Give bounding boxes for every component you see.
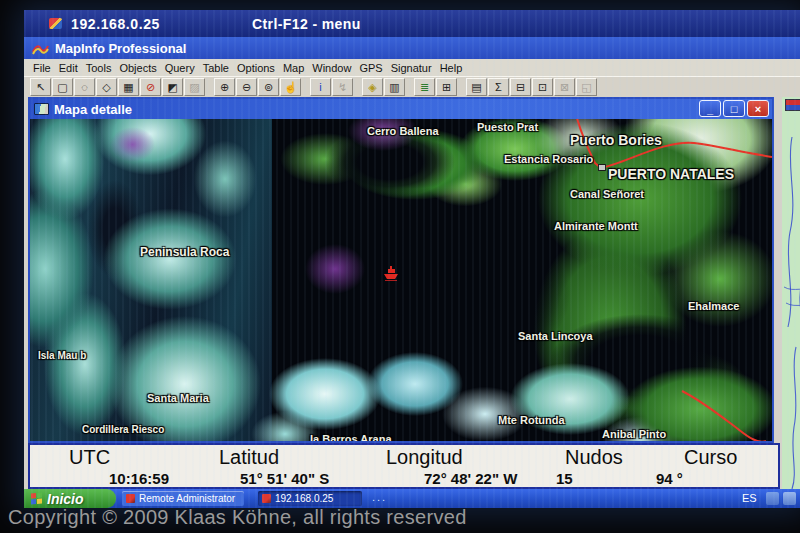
label-cordillera-riesco: Cordillera Riesco	[82, 424, 164, 435]
map-window-titlebar[interactable]: Mapa detalle _ □ ×	[30, 99, 772, 119]
label-peninsula-roca: Peninsula Roca	[140, 245, 229, 259]
minimize-button[interactable]: _	[699, 100, 721, 117]
remote-ip-title: 192.168.0.25	[71, 16, 160, 32]
menu-item[interactable]: Tools	[86, 62, 112, 74]
taskbar-overflow[interactable]: ...	[372, 491, 387, 503]
radmin-icon	[126, 494, 135, 503]
map-labels: Puesto PratCerro BallenaPuerto BoriesEst…	[30, 119, 772, 441]
layer-control-button[interactable]: ≣	[414, 78, 435, 96]
maximize-button[interactable]: □	[723, 100, 745, 117]
menu-item[interactable]: GPS	[359, 62, 382, 74]
remote-desktop-screen: 192.168.0.25 Ctrl-F12 - menu MapInfo Pro…	[24, 10, 800, 508]
menu-item[interactable]: Map	[283, 62, 304, 74]
menu-item[interactable]: Help	[440, 62, 463, 74]
label-isla-mau: Isla Mau b	[38, 350, 86, 361]
utc-header: UTC	[69, 446, 110, 469]
window-controls: _ □ ×	[699, 100, 769, 117]
label-puesto-prat: Puesto Prat	[477, 121, 538, 133]
label-mte-rotunda: Mte Rotunda	[498, 414, 565, 426]
label-ehalmace: Ehalmace	[688, 300, 739, 312]
drag-map-button[interactable]: ▥	[384, 78, 405, 96]
task-remote-administrator[interactable]: Remote Administrator	[122, 491, 244, 506]
remote-menu-hint: Ctrl-F12 - menu	[252, 16, 361, 32]
utc-value: 10:16:59	[109, 470, 169, 487]
close-button[interactable]: ×	[747, 100, 769, 117]
course-header: Curso	[684, 446, 737, 469]
menu-item[interactable]: Options	[237, 62, 275, 74]
copyright-watermark: Copyright © 2009 Klaas Köhne, all rights…	[8, 506, 467, 529]
latitude-value: 51° 51' 40" S	[240, 470, 329, 487]
mapinfo-logo-icon	[32, 42, 49, 55]
app-title: MapInfo Professional	[55, 41, 186, 56]
course-value: 94 °	[656, 470, 683, 487]
label-estancia-rosario: Estancia Rosario	[504, 153, 593, 165]
longitude-value: 72° 48' 22" W	[424, 470, 517, 487]
marquee-select-button[interactable]: ▢	[52, 78, 73, 96]
longitude-header: Longitud	[386, 446, 463, 469]
polygon-select-button[interactable]: ◇	[96, 78, 117, 96]
map-window-title: Mapa detalle	[54, 102, 132, 117]
background-window-icon	[785, 99, 800, 111]
map-window: Mapa detalle _ □ ×	[28, 97, 774, 443]
menu-item[interactable]: Edit	[59, 62, 78, 74]
label-barros-arana: Ia Barros Arana	[310, 433, 392, 441]
label-santa-lincoya: Santa Lincoya	[518, 330, 593, 342]
hotlink-button[interactable]: ↯	[332, 78, 353, 96]
background-map-window[interactable]	[782, 97, 800, 489]
label-santa-maria: Santa Maria	[147, 392, 209, 404]
map-window-icon	[34, 103, 49, 115]
label-almirante-montt: Almirante Montt	[554, 220, 638, 232]
zoom-in-button[interactable]: ⊕	[214, 78, 235, 96]
label-puerto-natales: PUERTO NATALES	[608, 166, 734, 182]
menu-item[interactable]: Signatur	[391, 62, 432, 74]
speed-value: 15	[556, 470, 573, 487]
geocode-button[interactable]: ⊠	[554, 78, 575, 96]
label-tool-button[interactable]: ◈	[362, 78, 383, 96]
language-indicator[interactable]: ES	[742, 492, 757, 504]
menu-item[interactable]: Query	[165, 62, 195, 74]
unselect-all-button[interactable]: ⊘	[140, 78, 161, 96]
latitude-header: Latitud	[219, 446, 279, 469]
invert-selection-button[interactable]: ◩	[162, 78, 183, 96]
graph-select-button[interactable]: ▨	[184, 78, 205, 96]
tray-icon[interactable]	[766, 492, 779, 505]
toolbar: ↖▢◌◇▦⊘◩▨⊕⊖⊚☝i↯◈▥≣⊞▤Σ⊟⊡⊠◱	[24, 76, 800, 97]
menu-item[interactable]: Window	[312, 62, 351, 74]
monitor-photo: 192.168.0.25 Ctrl-F12 - menu MapInfo Pro…	[0, 0, 800, 533]
tray-icon[interactable]	[783, 492, 796, 505]
label-canal-senoret: Canal Señoret	[570, 188, 644, 200]
ruler-button[interactable]: ⊞	[436, 78, 457, 96]
change-view-button[interactable]: ⊚	[258, 78, 279, 96]
menu-item[interactable]: Objects	[119, 62, 156, 74]
zoom-out-button[interactable]: ⊖	[236, 78, 257, 96]
radmin-icon	[262, 494, 271, 503]
label-cerro-ballena: Cerro Ballena	[367, 125, 439, 137]
remote-admin-icon	[49, 18, 62, 29]
clip-region-button[interactable]: ⊡	[532, 78, 553, 96]
select-tool-button[interactable]: ↖	[30, 78, 51, 96]
mapinfo-titlebar[interactable]: MapInfo Professional	[24, 37, 800, 59]
task-192-168-0-25[interactable]: 192.168.0.25	[258, 491, 362, 506]
menu-bar: FileEditToolsObjectsQueryTableOptionsMap…	[24, 59, 800, 76]
remote-admin-titlebar[interactable]: 192.168.0.25 Ctrl-F12 - menu	[24, 10, 800, 37]
pan-button[interactable]: ☝	[280, 78, 301, 96]
coastline-lines	[782, 97, 800, 489]
satellite-map[interactable]: Puesto PratCerro BallenaPuerto BoriesEst…	[30, 119, 772, 441]
statistics-button[interactable]: Σ	[488, 78, 509, 96]
menu-item[interactable]: Table	[203, 62, 229, 74]
label-puerto-bories: Puerto Bories	[570, 132, 662, 148]
info-tool-button[interactable]: i	[310, 78, 331, 96]
label-anibal-pinto: Anibal Pinto	[602, 428, 666, 440]
new-browser-button[interactable]: ▤	[466, 78, 487, 96]
menu-item[interactable]: File	[33, 62, 51, 74]
radius-select-button[interactable]: ◌	[74, 78, 95, 96]
boundary-select-button[interactable]: ▦	[118, 78, 139, 96]
district-button[interactable]: ◱	[576, 78, 597, 96]
speed-header: Nudos	[565, 446, 623, 469]
gps-status-panel: UTC 10:16:59 Latitud 51° 51' 40" S Longi…	[28, 443, 780, 489]
set-target-button[interactable]: ⊟	[510, 78, 531, 96]
